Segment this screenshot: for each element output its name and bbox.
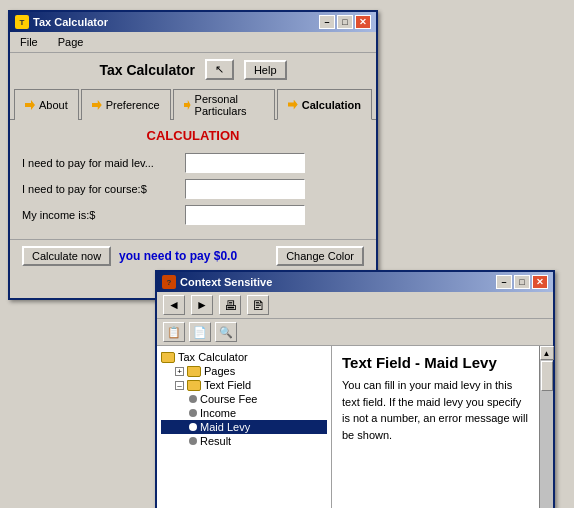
ctx-content-title: Text Field - Maid Levy	[342, 354, 529, 371]
close-button[interactable]: ✕	[355, 15, 371, 29]
forward-button[interactable]: ►	[191, 295, 213, 315]
tree-label-maid-levy: Maid Levy	[200, 421, 250, 433]
tree-label-tax-calc: Tax Calculator	[178, 351, 248, 363]
scrollbar-track[interactable]	[540, 360, 553, 508]
maid-levy-label: I need to pay for maid lev...	[22, 157, 177, 169]
tab-arrow-icon	[92, 100, 102, 110]
bullet-icon	[189, 437, 197, 445]
ctx-tree[interactable]: Tax Calculator + Pages – Text Field Cour…	[157, 346, 332, 508]
title-bar-buttons: – □ ✕	[319, 15, 371, 29]
ctx-window-title: Context Sensitive	[180, 276, 272, 288]
content-area: CALCULATION I need to pay for maid lev..…	[10, 119, 376, 239]
income-row: My income is:$	[22, 205, 364, 225]
income-input[interactable]	[185, 205, 305, 225]
bullet-icon	[189, 423, 197, 431]
course-input[interactable]	[185, 179, 305, 199]
expand-icon[interactable]: –	[175, 381, 184, 390]
ctx-minimize-button[interactable]: –	[496, 275, 512, 289]
search-icon: 🔍	[219, 326, 233, 339]
tab-arrow-icon	[288, 100, 298, 110]
ctx-title-bar-buttons: – □ ✕	[496, 275, 548, 289]
tab-preference-label: Preference	[106, 99, 160, 111]
print2-button[interactable]: 🖹	[247, 295, 269, 315]
tax-calculator-window: T Tax Calculator – □ ✕ File Page Tax Cal…	[8, 10, 378, 300]
tree-label-text-field: Text Field	[204, 379, 251, 391]
maid-levy-row: I need to pay for maid lev...	[22, 153, 364, 173]
result-text: you need to pay $0.0	[119, 249, 268, 263]
tab-about[interactable]: About	[14, 89, 79, 120]
index-tab-button[interactable]: 📄	[189, 322, 211, 342]
help-button[interactable]: Help	[244, 60, 287, 80]
app-header: Tax Calculator ↖ Help	[10, 53, 376, 86]
tab-arrow-icon	[25, 100, 35, 110]
calculate-button[interactable]: Calculate now	[22, 246, 111, 266]
page-menu[interactable]: Page	[52, 34, 90, 50]
tab-calculation[interactable]: Calculation	[277, 89, 372, 120]
bullet-icon	[189, 395, 197, 403]
tabs-bar: About Preference Personal Particulars Ca…	[10, 86, 376, 119]
maximize-button[interactable]: □	[337, 15, 353, 29]
tree-item-income[interactable]: Income	[161, 406, 327, 420]
forward-icon: ►	[196, 298, 208, 312]
context-sensitive-window: ? Context Sensitive – □ ✕ ◄ ► 🖶 🖹 📋 📄	[155, 270, 555, 508]
back-icon: ◄	[168, 298, 180, 312]
tab-calculation-label: Calculation	[302, 99, 361, 111]
tab-preference[interactable]: Preference	[81, 89, 171, 120]
window-title: Tax Calculator	[33, 16, 108, 28]
tree-label-course-fee: Course Fee	[200, 393, 257, 405]
print-button[interactable]: 🖶	[219, 295, 241, 315]
folder-icon	[187, 366, 201, 377]
scrollbar-thumb[interactable]	[541, 361, 553, 391]
scroll-up-button[interactable]: ▲	[540, 346, 554, 360]
ctx-icons-bar: 📋 📄 🔍	[157, 319, 553, 346]
tree-item-course-fee[interactable]: Course Fee	[161, 392, 327, 406]
course-label: I need to pay for course:$	[22, 183, 177, 195]
app-title: Tax Calculator	[99, 62, 194, 78]
folder-icon	[161, 352, 175, 363]
ctx-close-button[interactable]: ✕	[532, 275, 548, 289]
bottom-bar: Calculate now you need to pay $0.0 Chang…	[10, 239, 376, 272]
tab-personal-label: Personal Particulars	[195, 93, 264, 117]
ctx-content-body: You can fill in your maid levy in this t…	[342, 377, 529, 443]
print2-icon: 🖹	[252, 298, 265, 313]
tree-label-result: Result	[200, 435, 231, 447]
ctx-maximize-button[interactable]: □	[514, 275, 530, 289]
bullet-icon	[189, 409, 197, 417]
ctx-app-icon: ?	[162, 275, 176, 289]
course-row: I need to pay for course:$	[22, 179, 364, 199]
contents-tab-button[interactable]: 📋	[163, 322, 185, 342]
search-tab-button[interactable]: 🔍	[215, 322, 237, 342]
income-label: My income is:$	[22, 209, 177, 221]
print-icon: 🖶	[224, 298, 237, 313]
tree-item-tax-calc[interactable]: Tax Calculator	[161, 350, 327, 364]
ctx-content: Text Field - Maid Levy You can fill in y…	[332, 346, 539, 508]
tree-item-text-field[interactable]: – Text Field	[161, 378, 327, 392]
file-menu[interactable]: File	[14, 34, 44, 50]
ctx-scrollbar: ▲ ▼	[539, 346, 553, 508]
tree-item-maid-levy[interactable]: Maid Levy	[161, 420, 327, 434]
tree-item-result[interactable]: Result	[161, 434, 327, 448]
back-button[interactable]: ◄	[163, 295, 185, 315]
tree-label-income: Income	[200, 407, 236, 419]
menu-bar: File Page	[10, 32, 376, 53]
folder-icon	[187, 380, 201, 391]
tab-arrow-icon	[184, 100, 191, 110]
tab-about-label: About	[39, 99, 68, 111]
expand-icon[interactable]: +	[175, 367, 184, 376]
cursor-button[interactable]: ↖	[205, 59, 234, 80]
section-title: CALCULATION	[22, 128, 364, 143]
change-color-button[interactable]: Change Color	[276, 246, 364, 266]
ctx-body: Tax Calculator + Pages – Text Field Cour…	[157, 346, 553, 508]
maid-levy-input[interactable]	[185, 153, 305, 173]
index-icon: 📄	[193, 326, 207, 339]
ctx-toolbar: ◄ ► 🖶 🖹	[157, 292, 553, 319]
tree-item-pages[interactable]: + Pages	[161, 364, 327, 378]
minimize-button[interactable]: –	[319, 15, 335, 29]
tree-label-pages: Pages	[204, 365, 235, 377]
tax-calc-title-bar: T Tax Calculator – □ ✕	[10, 12, 376, 32]
contents-icon: 📋	[167, 326, 181, 339]
ctx-title-bar: ? Context Sensitive – □ ✕	[157, 272, 553, 292]
app-icon: T	[15, 15, 29, 29]
tab-personal[interactable]: Personal Particulars	[173, 89, 275, 120]
